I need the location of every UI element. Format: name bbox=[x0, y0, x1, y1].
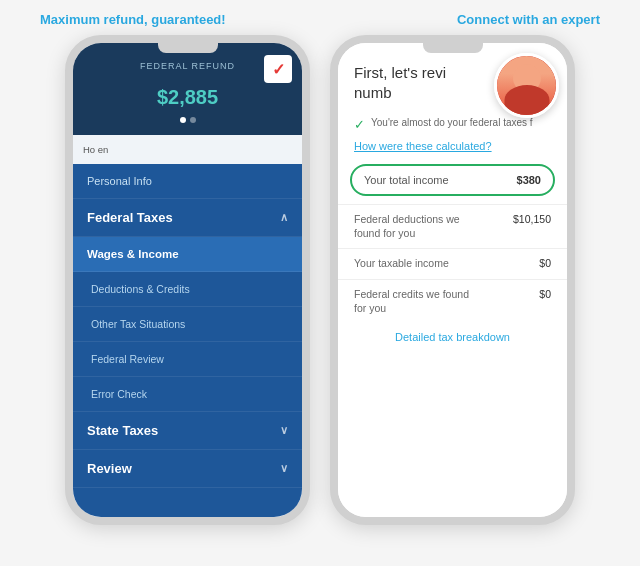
deductions-row-value: $10,150 bbox=[513, 213, 551, 225]
status-text: You're almost do your federal taxes f bbox=[371, 116, 533, 130]
tax-row-taxable: Your taxable income $0 bbox=[338, 248, 567, 279]
review-header: First, let's revi numb bbox=[338, 43, 567, 112]
review-chevron: ∨ bbox=[280, 462, 288, 475]
error-check-label: Error Check bbox=[91, 388, 147, 400]
state-taxes-chevron: ∨ bbox=[280, 424, 288, 437]
refund-header: FEDERAL REFUND $2,885 bbox=[73, 43, 302, 135]
review-label: Review bbox=[87, 461, 132, 476]
checkmark-badge bbox=[264, 55, 292, 83]
right-phone: First, let's revi numb ✓ You're almost d… bbox=[330, 35, 575, 525]
federal-taxes-label: Federal Taxes bbox=[87, 210, 173, 225]
deductions-row-label: Federal deductions we found for you bbox=[354, 213, 484, 240]
breakdown-link[interactable]: Detailed tax breakdown bbox=[338, 323, 567, 351]
avatar-body bbox=[504, 85, 549, 115]
nav-wages-income[interactable]: Wages & Income bbox=[73, 237, 302, 272]
nav-review[interactable]: Review ∨ bbox=[73, 450, 302, 488]
wages-label: Wages & Income bbox=[87, 248, 179, 260]
income-value: $380 bbox=[517, 174, 541, 186]
state-taxes-label: State Taxes bbox=[87, 423, 158, 438]
nav-state-taxes[interactable]: State Taxes ∨ bbox=[73, 412, 302, 450]
credits-row-label: Federal credits we found for you bbox=[354, 288, 484, 315]
deductions-label: Deductions & Credits bbox=[91, 283, 190, 295]
nav-deductions[interactable]: Deductions & Credits bbox=[73, 272, 302, 307]
taxable-row-value: $0 bbox=[539, 257, 551, 269]
federal-review-label: Federal Review bbox=[91, 353, 164, 365]
calc-link[interactable]: How were these calculated? bbox=[338, 136, 567, 156]
personal-info-label: Personal Info bbox=[87, 175, 152, 187]
refund-amount: $2,885 bbox=[85, 71, 290, 113]
status-check-icon: ✓ bbox=[354, 117, 365, 132]
refund-label: FEDERAL REFUND bbox=[85, 61, 290, 71]
nav-personal-info[interactable]: Personal Info bbox=[73, 164, 302, 199]
income-label: Your total income bbox=[364, 174, 449, 186]
left-heading: Maximum refund, guaranteed! bbox=[40, 12, 226, 27]
nav-federal-review[interactable]: Federal Review bbox=[73, 342, 302, 377]
expert-avatar bbox=[494, 53, 559, 118]
review-title: First, let's revi numb bbox=[354, 63, 491, 102]
nav-federal-taxes[interactable]: Federal Taxes ∧ bbox=[73, 199, 302, 237]
how-text: Ho en bbox=[73, 135, 302, 164]
tax-row-credits: Federal credits we found for you $0 bbox=[338, 279, 567, 323]
taxable-row-label: Your taxable income bbox=[354, 257, 449, 271]
tax-row-deductions: Federal deductions we found for you $10,… bbox=[338, 204, 567, 248]
nav-menu: Personal Info Federal Taxes ∧ Wages & In… bbox=[73, 164, 302, 517]
federal-taxes-chevron: ∧ bbox=[280, 211, 288, 224]
dot-2 bbox=[190, 117, 196, 123]
right-heading: Connect with an expert bbox=[457, 12, 600, 27]
credits-row-value: $0 bbox=[539, 288, 551, 300]
nav-other-tax[interactable]: Other Tax Situations bbox=[73, 307, 302, 342]
refund-symbol: $ bbox=[157, 86, 168, 108]
other-tax-label: Other Tax Situations bbox=[91, 318, 185, 330]
dot-1 bbox=[180, 117, 186, 123]
avatar-figure bbox=[497, 56, 556, 115]
nav-error-check[interactable]: Error Check bbox=[73, 377, 302, 412]
left-phone: FEDERAL REFUND $2,885 Ho en Personal Inf… bbox=[65, 35, 310, 525]
income-highlight-row: Your total income $380 bbox=[350, 164, 555, 196]
